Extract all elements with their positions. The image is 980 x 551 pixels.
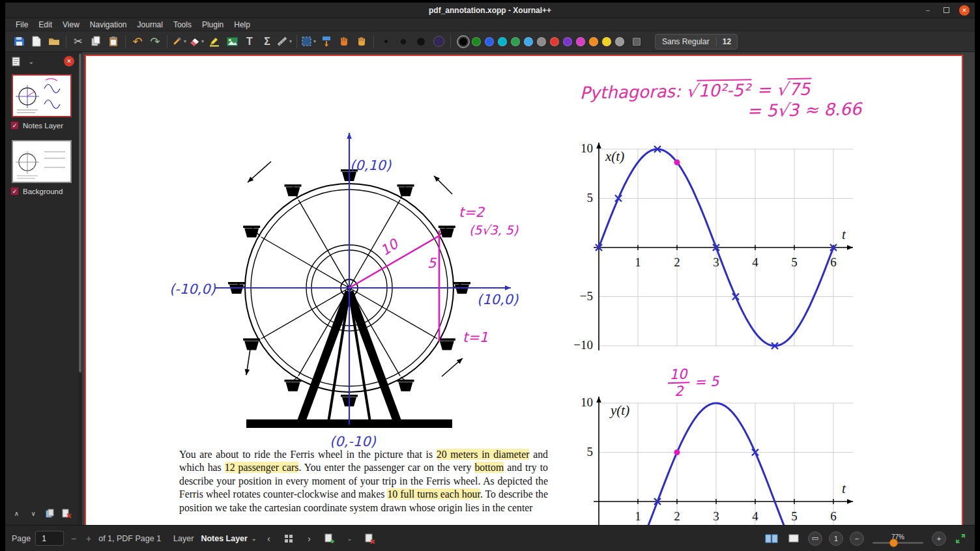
palette-color-icon[interactable] — [537, 37, 546, 46]
body-text: . You enter the passenger car on the ver… — [298, 462, 474, 473]
x-tick-label: 3 — [703, 255, 729, 270]
custom-color-icon[interactable] — [627, 33, 644, 50]
save-icon[interactable] — [10, 33, 27, 50]
zoom-slider[interactable]: 77% — [871, 533, 925, 544]
wheel-label-left: (-10,0) — [169, 281, 216, 297]
undo-icon[interactable]: ↶ — [129, 33, 146, 50]
insert-image-icon[interactable] — [223, 33, 240, 50]
new-file-icon[interactable] — [28, 33, 45, 50]
zoom-slider-thumb[interactable] — [889, 539, 898, 547]
select-object-icon[interactable] — [336, 33, 353, 50]
fullscreen-icon[interactable] — [953, 531, 968, 546]
redo-icon[interactable]: ↷ — [147, 33, 164, 50]
layer-grid-icon[interactable] — [281, 531, 296, 546]
palette-color-icon[interactable] — [524, 37, 533, 46]
zoom-slider-track[interactable] — [872, 542, 923, 544]
hand-tool-icon[interactable] — [353, 33, 370, 50]
palette-color-icon[interactable] — [602, 37, 611, 46]
math-tex-icon[interactable]: Σ — [259, 33, 276, 50]
pen-icon[interactable]: ▼ — [171, 33, 188, 50]
thickness-thick-icon[interactable] — [412, 33, 429, 50]
eraser-icon[interactable]: ▼ — [188, 33, 205, 50]
page-decrement-icon[interactable]: − — [68, 533, 79, 544]
palette-color-icon[interactable] — [550, 37, 559, 46]
palette-color-icon[interactable] — [615, 37, 624, 46]
close-icon[interactable]: ✕ — [959, 5, 970, 16]
vertical-space-icon[interactable] — [318, 33, 335, 50]
shape-tool-icon[interactable]: ▼ — [276, 33, 293, 50]
delete-layer-sidebar-icon[interactable] — [61, 507, 73, 520]
layer-checkbox-background[interactable] — [10, 187, 19, 195]
palette-color-icon[interactable] — [563, 37, 572, 46]
layer-row-notes: Notes Layer — [10, 121, 73, 130]
menu-item-help[interactable]: Help — [229, 19, 255, 31]
menu-item-file[interactable]: File — [10, 19, 33, 31]
paste-icon[interactable] — [105, 33, 122, 50]
text-tool-icon[interactable]: T — [241, 33, 258, 50]
layer-thumbnail-background[interactable] — [12, 140, 72, 183]
zoom-out-icon[interactable]: − — [850, 531, 864, 546]
menu-item-journal[interactable]: Journal — [132, 19, 168, 31]
preview-pages-icon[interactable] — [9, 55, 22, 68]
y-tick-label: −5 — [567, 289, 593, 304]
x-tick-label: 1 — [625, 509, 651, 524]
palette-color-icon[interactable] — [498, 37, 507, 46]
menu-item-edit[interactable]: Edit — [33, 19, 57, 31]
status-bar: Page 1 − + of 1, PDF Page 1 Layer Notes … — [5, 525, 975, 551]
duplicate-layer-icon[interactable] — [44, 507, 57, 520]
layer-menu-chevron-icon[interactable]: ⌄ — [341, 531, 357, 546]
next-layer-icon[interactable]: › — [301, 531, 317, 546]
graph-y-title: y(t) — [611, 403, 629, 419]
palette-color-icon[interactable] — [459, 37, 468, 46]
palette-color-icon[interactable] — [472, 37, 481, 46]
color-palette — [457, 37, 626, 46]
palette-color-icon[interactable] — [589, 37, 598, 46]
previous-layer-icon[interactable]: ‹ — [261, 531, 276, 546]
dual-page-icon[interactable] — [764, 531, 779, 546]
add-layer-icon[interactable] — [321, 531, 337, 546]
wheel-label-right: (10,0) — [477, 292, 518, 307]
scrollbar-thumb[interactable] — [79, 53, 81, 373]
menu-item-navigation[interactable]: Navigation — [85, 19, 132, 31]
minimize-icon[interactable]: − — [923, 5, 933, 16]
thickness-fine-icon[interactable] — [377, 33, 394, 50]
menu-item-plugin[interactable]: Plugin — [197, 19, 229, 31]
toolbar-separator — [66, 35, 66, 48]
cut-icon[interactable]: ✂ — [70, 33, 87, 50]
zoom-in-icon[interactable]: + — [932, 531, 946, 546]
zoom-original-icon[interactable]: 1 — [829, 531, 843, 546]
document-page[interactable]: Pythagoras: √10²-5² = √75 = 5√3 ≈ 8.66 (… — [85, 55, 963, 525]
menu-item-view[interactable]: View — [57, 19, 85, 31]
menu-item-tools[interactable]: Tools — [168, 19, 197, 31]
color-indicator-icon[interactable] — [430, 33, 447, 50]
palette-color-icon[interactable] — [485, 37, 494, 46]
move-layer-up-icon[interactable]: ∧ — [10, 507, 23, 520]
layer-checkbox-notes[interactable] — [10, 121, 19, 130]
layer-dropdown[interactable]: Notes Layer⌄ — [201, 534, 256, 543]
copy-icon[interactable] — [87, 33, 104, 50]
page-number-input[interactable]: 1 — [35, 531, 64, 546]
maximize-icon[interactable] — [941, 5, 951, 16]
sidebar-close-icon[interactable]: ✕ — [64, 56, 74, 66]
open-folder-icon[interactable] — [46, 33, 63, 50]
layer-thumbnail-notes[interactable] — [12, 74, 72, 117]
main-area: ⌄ ✕ Notes Layer — [5, 52, 975, 525]
page-increment-icon[interactable]: + — [83, 533, 94, 544]
toolbar-separator — [450, 35, 451, 48]
move-layer-down-icon[interactable]: ∨ — [27, 507, 40, 520]
graph-x-title: x(t) — [605, 148, 624, 165]
highlighted-text: 12 passenger cars — [225, 462, 299, 473]
page-info: of 1, PDF Page 1 — [98, 534, 161, 543]
select-rectangle-icon[interactable]: ▼ — [300, 33, 317, 50]
delete-layer-icon[interactable] — [362, 531, 377, 546]
document-canvas[interactable]: Pythagoras: √10²-5² = √75 = 5√3 ≈ 8.66 (… — [82, 52, 975, 525]
palette-color-icon[interactable] — [511, 37, 520, 46]
palette-color-icon[interactable] — [576, 37, 585, 46]
thickness-medium-icon[interactable] — [395, 33, 412, 50]
presentation-icon[interactable] — [786, 531, 801, 546]
toolbar-separator — [373, 35, 374, 48]
zoom-fit-icon[interactable]: ▭ — [808, 531, 822, 546]
font-selector[interactable]: Sans Regular 12 — [655, 34, 738, 49]
sidebar-dropdown-icon[interactable]: ⌄ — [25, 55, 38, 68]
highlighter-icon[interactable] — [206, 33, 223, 50]
